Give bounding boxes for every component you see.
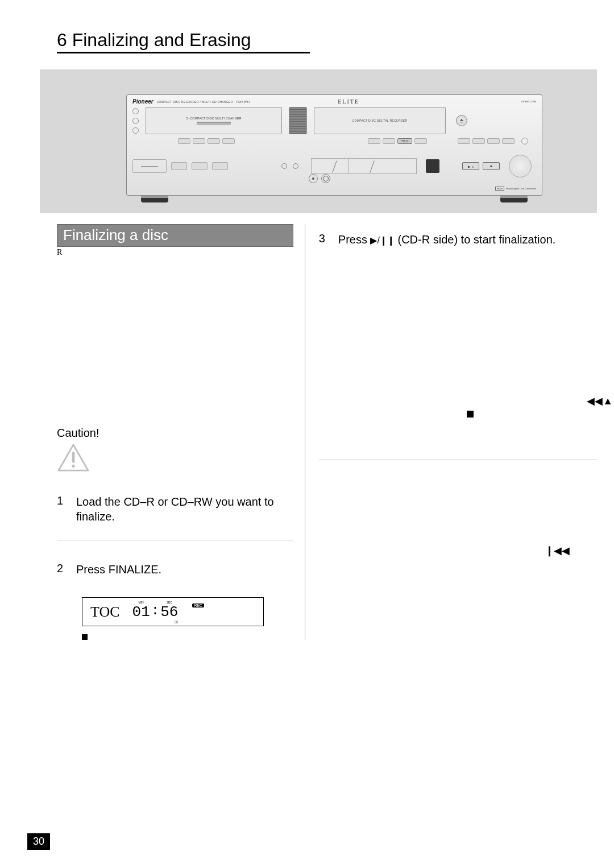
step-3-text: Press ▶/❙❙ (CD-R side) to start final­iz… bbox=[338, 232, 574, 247]
prev-track-icon: ❙◀◀ bbox=[545, 544, 574, 557]
right-column: 3 Press ▶/❙❙ (CD-R side) to start final­… bbox=[305, 224, 574, 640]
rec-badge: REC bbox=[192, 604, 204, 607]
display-seconds: 56 bbox=[160, 605, 178, 619]
jog-dial-icon bbox=[509, 155, 532, 177]
recorder-tray: COMPACT DISC DIGITAL RECORDER bbox=[314, 107, 446, 134]
model-description: COMPACT DISC RECORDER / MULTI-CD CHANGER bbox=[157, 100, 233, 104]
status-leds bbox=[132, 108, 139, 134]
caution-heading: Caution! bbox=[57, 427, 293, 440]
section-title: Finalizing a disc bbox=[57, 224, 293, 247]
brand-logo: Pioneer bbox=[132, 98, 154, 105]
step-1: 1 Load the CD–R or CD–RW you want to fin… bbox=[57, 494, 293, 524]
divider bbox=[319, 460, 597, 460]
pause-icon: ▯▯ bbox=[175, 619, 178, 623]
page-number: 30 bbox=[27, 833, 50, 850]
step-2-text: Press FINALIZE. bbox=[76, 562, 293, 577]
display-panel bbox=[289, 107, 307, 134]
eject-button-icon bbox=[456, 115, 467, 126]
recorder-label: COMPACT DISC DIGITAL RECORDER bbox=[352, 119, 408, 122]
play-pause-button-icon: ▶ ıı bbox=[462, 162, 479, 170]
chapter-header: 6 Finalizing and Erasing bbox=[57, 30, 310, 53]
device-foot bbox=[500, 195, 528, 202]
display-toc: TOC bbox=[90, 604, 120, 621]
legato-text: Hi-bit Legato Link Conversion bbox=[507, 187, 536, 190]
left-column: Finalizing a disc R Caution! 1 Load the … bbox=[57, 224, 305, 640]
svg-rect-0 bbox=[72, 452, 75, 462]
divider bbox=[57, 540, 293, 540]
device-foot bbox=[141, 195, 168, 202]
device-front-panel: Pioneer COMPACT DISC RECORDER / MULTI-CD… bbox=[126, 94, 542, 196]
changer-label: 3 -COMPACT DISC MULTI CHANGER bbox=[186, 117, 242, 120]
stop-icon bbox=[467, 411, 474, 418]
play-pause-icon: ▶/❙❙ bbox=[370, 235, 394, 245]
hibit-badge: Hi-bit bbox=[495, 187, 504, 191]
section-sub: R bbox=[57, 248, 293, 257]
elite-label: ELITE bbox=[338, 98, 359, 105]
open-close-label: OPEN/CLOSE bbox=[521, 100, 536, 103]
device-illustration: Pioneer COMPACT DISC RECORDER / MULTI-CD… bbox=[40, 69, 597, 213]
step-2: 2 Press FINALIZE. bbox=[57, 562, 293, 577]
stop-icon bbox=[82, 634, 88, 640]
chapter-number: 6 bbox=[57, 30, 67, 50]
model-number: PDR-W37 bbox=[237, 100, 251, 104]
display-minutes: 01 bbox=[132, 605, 150, 619]
cd-logo-icon bbox=[426, 159, 439, 173]
step-3: 3 Press ▶/❙❙ (CD-R side) to start final­… bbox=[319, 232, 574, 247]
step-number: 1 bbox=[57, 494, 64, 524]
step-number: 3 bbox=[319, 232, 326, 247]
headphone-area bbox=[132, 159, 167, 173]
rewind-eject-icon: ◀◀▲ bbox=[587, 395, 613, 407]
step-number: 2 bbox=[57, 562, 64, 577]
step-1-text: Load the CD–R or CD–RW you want to final… bbox=[76, 494, 293, 524]
stop-button-icon: ■ bbox=[483, 162, 500, 170]
svg-point-1 bbox=[72, 465, 74, 468]
finalize-button-icon: FINALIZE bbox=[397, 138, 412, 144]
chapter-title: Finalizing and Erasing bbox=[72, 30, 251, 50]
display-colon: : bbox=[151, 601, 159, 621]
changer-tray: 3 -COMPACT DISC MULTI CHANGER bbox=[146, 107, 282, 134]
caution-icon bbox=[57, 443, 90, 473]
display-readout: TOC MIN 01 : SEC 56 ▯▯ REC bbox=[82, 597, 264, 626]
